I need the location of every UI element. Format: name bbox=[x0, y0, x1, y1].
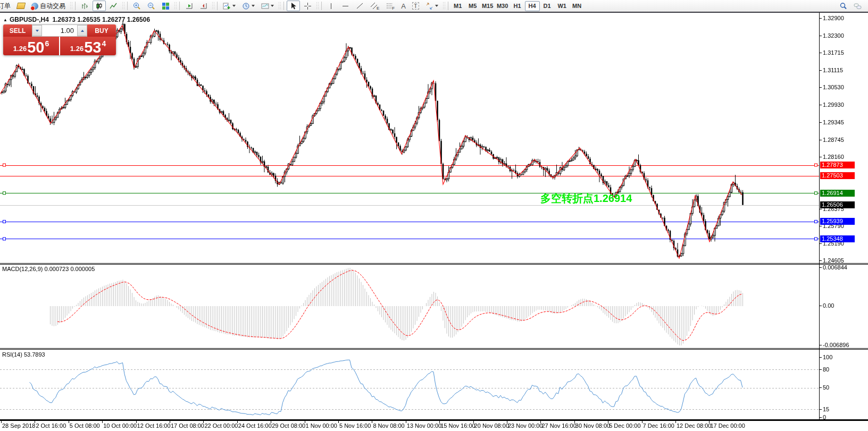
history-center-icon bbox=[16, 3, 26, 9]
volume-input[interactable]: 1.00 bbox=[42, 25, 77, 36]
timeframe-m5[interactable]: M5 bbox=[465, 1, 480, 11]
current-price-badge: 1.26506 bbox=[820, 201, 855, 208]
timeframe-m15[interactable]: M15 bbox=[480, 1, 495, 11]
text-label-icon: T bbox=[412, 2, 419, 10]
autotrading-button[interactable]: 自动交易 bbox=[29, 1, 68, 11]
arrows-icon bbox=[425, 2, 433, 10]
price-tick-1.28160: 1.28160 bbox=[823, 154, 844, 160]
toolbar-right bbox=[836, 1, 868, 11]
cursor-icon bbox=[289, 2, 297, 10]
chart-shift-icon bbox=[199, 2, 207, 10]
timeframe-m30[interactable]: M30 bbox=[495, 1, 510, 11]
rsi-axis-0: 0 bbox=[823, 414, 826, 420]
autotrading-label: 自动交易 bbox=[40, 2, 65, 11]
timeframe-d1[interactable]: D1 bbox=[540, 1, 555, 11]
timeframe-m1[interactable]: M1 bbox=[450, 1, 465, 11]
history-center-button[interactable] bbox=[14, 1, 28, 11]
text-tool-icon: A bbox=[401, 2, 406, 10]
mt4-window: 订单 自动交易 E F A T bbox=[0, 0, 868, 431]
autotrading-icon bbox=[31, 3, 38, 10]
crosshair-tool-button[interactable] bbox=[301, 1, 314, 11]
timeframe-group: M1M5M15M30H1H4D1W1MN bbox=[450, 1, 585, 11]
bar-chart-button[interactable] bbox=[78, 1, 91, 11]
templates-button[interactable] bbox=[258, 1, 277, 11]
vertical-line-icon bbox=[327, 2, 335, 10]
cursor-tool-button[interactable] bbox=[287, 1, 300, 11]
periods-button[interactable] bbox=[239, 1, 257, 11]
text-tool[interactable]: A bbox=[398, 1, 408, 11]
price-badge-1.27503: 1.27503 bbox=[820, 172, 855, 179]
date-tick: 15 Nov 16:00 bbox=[440, 422, 475, 429]
new-order-button[interactable]: 订单 bbox=[0, 1, 13, 11]
chat-button[interactable] bbox=[851, 1, 864, 11]
date-tick: 5 Dec 00:00 bbox=[609, 422, 640, 429]
dropdown-caret bbox=[271, 5, 274, 7]
arrows-tool[interactable] bbox=[423, 1, 441, 11]
collapse-ohlc-icon[interactable]: ▲ bbox=[3, 18, 7, 22]
rsi-axis-50: 50 bbox=[823, 384, 829, 391]
fibonacci-tool[interactable]: F bbox=[383, 1, 397, 11]
buy-price[interactable]: 1.26 53 4 bbox=[60, 37, 116, 55]
macd-indicator-label: MACD(12,26,9) 0.000723 0.000005 bbox=[2, 266, 95, 272]
volume-decrease-button[interactable] bbox=[32, 25, 42, 36]
rsi-indicator-label: RSI(14) 53.7893 bbox=[2, 351, 45, 358]
sell-price[interactable]: 1.26 50 6 bbox=[3, 37, 59, 55]
trendline-tool[interactable] bbox=[353, 1, 366, 11]
vertical-line-tool[interactable] bbox=[324, 1, 338, 11]
toolbar-grip bbox=[122, 2, 124, 10]
volume-increase-button[interactable] bbox=[77, 25, 87, 36]
candlestick-chart-icon bbox=[95, 2, 103, 10]
horizontal-line-icon bbox=[341, 2, 349, 10]
date-tick: 22 Oct 00:00 bbox=[204, 422, 238, 429]
date-tick: 12 Dec 08:00 bbox=[677, 422, 711, 429]
date-tick: 27 Nov 16:00 bbox=[541, 422, 576, 429]
zoom-in-button[interactable] bbox=[130, 1, 144, 11]
ohlc-values: 1.26373 1.26535 1.26277 1.26506 bbox=[53, 16, 151, 23]
separator bbox=[179, 2, 180, 10]
horizontal-line-tool[interactable] bbox=[339, 1, 352, 11]
timeframe-h1[interactable]: H1 bbox=[510, 1, 525, 11]
price-tick-1.30530: 1.30530 bbox=[823, 84, 844, 90]
channel-tool[interactable]: E bbox=[368, 1, 382, 11]
rsi-axis-80: 80 bbox=[823, 366, 829, 373]
timeframe-mn[interactable]: MN bbox=[570, 1, 585, 11]
candlestick-chart-button[interactable] bbox=[93, 1, 106, 11]
separator bbox=[75, 2, 76, 10]
toolbar-grip bbox=[278, 2, 281, 10]
line-chart-button[interactable] bbox=[107, 1, 120, 11]
date-tick: 28 Sep 2018 bbox=[2, 422, 35, 429]
search-button[interactable] bbox=[837, 1, 850, 11]
bar-chart-icon bbox=[81, 2, 89, 10]
chart-title: ▲GBPUSD-,H4 1.26373 1.26535 1.26277 1.26… bbox=[3, 16, 150, 23]
date-tick: 7 Dec 16:00 bbox=[643, 422, 674, 429]
macd-axis-min: -0.006896 bbox=[823, 342, 849, 348]
timeframe-w1[interactable]: W1 bbox=[555, 1, 570, 11]
zoom-out-button[interactable] bbox=[145, 1, 158, 11]
price-badge-1.26914: 1.26914 bbox=[820, 190, 855, 197]
autoscroll-icon bbox=[185, 2, 193, 10]
dropdown-caret bbox=[232, 5, 236, 7]
toolbar-grip bbox=[316, 2, 319, 10]
sell-button[interactable]: SELL bbox=[3, 24, 32, 37]
buy-button[interactable]: BUY bbox=[87, 24, 116, 37]
chart-shift-button[interactable] bbox=[197, 1, 210, 11]
macd-axis-zero: 0.00 bbox=[823, 302, 834, 309]
date-tick: 23 Nov 00:00 bbox=[508, 422, 542, 429]
date-tick: 20 Nov 08:00 bbox=[474, 422, 509, 429]
date-tick: 10 Oct 00:00 bbox=[103, 422, 137, 429]
arrow-down-icon bbox=[36, 30, 39, 32]
date-tick: 8 Nov 08:00 bbox=[373, 422, 404, 429]
trendline-icon bbox=[356, 2, 364, 10]
chart-canvas[interactable] bbox=[0, 0, 868, 431]
text-label-tool[interactable]: T bbox=[410, 1, 422, 11]
indicators-add-icon bbox=[223, 2, 231, 10]
timeframe-h4[interactable]: H4 bbox=[525, 1, 540, 11]
tile-windows-button[interactable] bbox=[159, 1, 172, 11]
periods-clock-icon bbox=[242, 2, 250, 10]
date-tick: 30 Nov 08:00 bbox=[575, 422, 610, 429]
turning-point-annotation: 多空转折点1.26914 bbox=[540, 191, 632, 206]
autoscroll-button[interactable] bbox=[182, 1, 196, 11]
line-chart-icon bbox=[110, 2, 118, 10]
indicators-button[interactable] bbox=[220, 1, 238, 11]
toolbar: 订单 自动交易 E F A T bbox=[0, 0, 868, 13]
